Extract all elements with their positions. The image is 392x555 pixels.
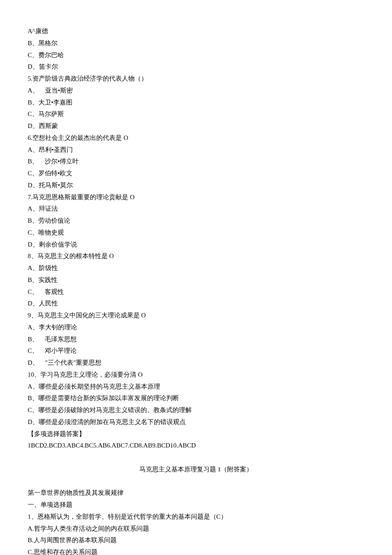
q6-option-d: D、托马斯•莫尔	[28, 180, 364, 192]
q8-stem: 8、马克思主义的根本特性是 O	[28, 250, 364, 262]
q6-option-a: A、昂利•圣西门	[28, 144, 364, 156]
q5-option-c: C、马尔萨斯	[28, 108, 364, 120]
q9-option-a: A、李大钊的理论	[28, 322, 364, 334]
q8-option-d: D、人民性	[28, 298, 364, 310]
blank-line	[28, 452, 364, 464]
q6-option-c: C、罗伯特•欧文	[28, 168, 364, 180]
c1-q1-stem: 1、恩格斯认为，全部哲学、特别是近代哲学的重大的基本问题是（C）	[28, 511, 364, 523]
q4-option-d: D、笛卡尔	[28, 61, 364, 73]
q4-option-b: B、黑格尔	[28, 38, 364, 49]
q10-option-b: B、哪些是需要结合新的实际加以丰富发展的理论判断	[28, 392, 364, 404]
q5-option-a: A、 亚当•斯密	[28, 85, 364, 97]
section-heading: 一、单项选择题	[28, 499, 364, 511]
q5-option-b: B、大卫•李嘉图	[28, 97, 364, 109]
q6-option-b: B、 沙尔•傅立叶	[28, 156, 364, 168]
c1-q1-option-b: B.人与周围世界的基本联系问题	[28, 535, 364, 546]
q7-option-c: C、唯物史观	[28, 227, 364, 239]
q7-option-d: D、剩余价值学说	[28, 239, 364, 251]
q8-option-c: C、 客观性	[28, 286, 364, 298]
q9-option-c: C、 邓小平理论	[28, 345, 364, 357]
q10-option-a: A、哪些是必须长期坚持的马克思主义基本原理	[28, 381, 364, 393]
c1-q1-option-c: C.思维和存在的关系问题	[28, 546, 364, 555]
q5-stem: 5.资产阶级古典政治经济学的代表人物（）	[28, 73, 364, 85]
q5-option-d: D、西斯蒙	[28, 120, 364, 132]
q10-option-c: C、哪些是必须破除的对马克思主义错误的、教条式的理解	[28, 404, 364, 416]
q9-option-d: D、 "三个代表"重要思想	[28, 357, 364, 369]
q7-option-b: B、劳动价值论	[28, 215, 364, 227]
q10-stem: 10、学习马克思主义理论，必须要分清 O	[28, 369, 364, 381]
q7-stem: 7.马克思恩格斯最重要的理论贡献是 O	[28, 192, 364, 203]
q9-stem: 9、马克思主义中国化的三大理论成果是 O	[28, 310, 364, 322]
answer-line: 1BCD2.BCD3.ABC4.BC5.AB6.ABC7.CD8.AB9.BCD…	[28, 440, 364, 452]
chapter-heading: 第一章世界的物质性及其发展规律	[28, 487, 364, 499]
blank-line	[28, 476, 364, 488]
answer-header: 【多项选择题答案】	[28, 428, 364, 440]
q10-option-d: D、哪些是必须澄清的附加在马克思主义名下的错误观点	[28, 416, 364, 428]
q7-option-a: A、辩证法	[28, 203, 364, 215]
q6-stem: 6.空想社会主义的最杰出的代表是 O	[28, 132, 364, 144]
c1-q1-option-a: A.哲学与人类生存活动之间的内在联系问题	[28, 523, 364, 535]
q8-option-b: B、实践性	[28, 274, 364, 286]
q4-option-c: C、费尔巴哈	[28, 49, 364, 61]
q9-option-b: B、 毛泽东思想	[28, 334, 364, 346]
section-title: 马克思主义基本原理复习题 1（附答案）	[28, 464, 364, 476]
q4-option-a: A^康德	[28, 26, 364, 38]
q8-option-a: A、阶级性	[28, 262, 364, 274]
